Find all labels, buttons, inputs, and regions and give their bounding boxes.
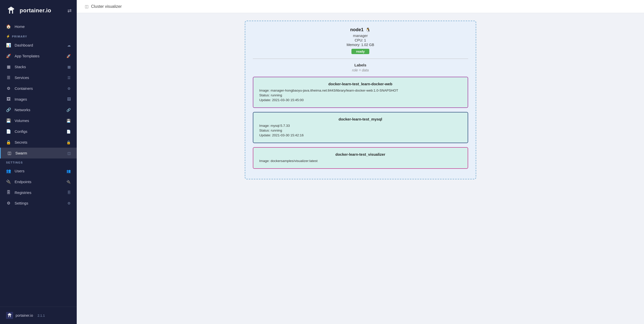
stacks-icon: ▦ [6,64,11,69]
portainer-bottom-logo-icon [6,312,13,319]
node-name-row: node1 🐧 [253,27,468,32]
sidebar-networks-label: Networks [15,108,30,112]
node-cpu: CPU: 1 [253,38,468,42]
sidebar-containers-label: Containers [15,86,33,91]
portainer-logo-icon [5,5,17,17]
service-mysql-update: Update: 2021-03-30 15:42:16 [259,133,462,137]
sidebar-endpoints-label: Endpoints [15,180,31,184]
sidebar-item-services[interactable]: ☰ Services ☰ [0,72,77,83]
swarm-icon: ◫ [7,151,12,155]
sidebar-item-images[interactable]: 🖼 Images 🖼 [0,94,77,104]
users-icon: 👥 [6,169,11,173]
main-area: ◫ Cluster visualizer node1 🐧 manager CPU… [77,0,644,324]
service-visualizer-image: Image: dockersamples/visualizer:latest [259,159,462,163]
ready-badge: ready [351,49,369,54]
configs-icon: 📄 [6,129,11,134]
containers-icon: ⚙ [6,86,11,91]
service-mysql-status: Status: running [259,129,462,132]
node-divider [253,59,468,59]
sidebar-volumes-label: Volumes [15,118,29,123]
sidebar-item-stacks[interactable]: ▦ Stacks ▦ [0,61,77,72]
home-icon: 🏠 [6,24,11,29]
service-web-image: Image: manager-hongbaoyu-java.itheima.ne… [259,89,462,92]
sidebar-item-users[interactable]: 👥 Users 👥 [0,166,77,176]
topbar-swarm-icon: ◫ [85,4,89,9]
node-header: node1 🐧 manager CPU: 1 Memory: 1.02 GB r… [253,27,468,54]
node-memory: Memory: 1.02 GB [253,43,468,47]
node-name: node1 [350,27,364,32]
sidebar-services-label: Services [15,75,29,80]
page-title: Cluster visualizer [91,4,122,9]
service-visualizer-name: docker-learn-test_visualizer [259,152,462,156]
sidebar-item-networks[interactable]: 🔗 Networks 🔗 [0,104,77,115]
sidebar-item-containers[interactable]: ⚙ Containers ⚙ [0,83,77,94]
dashboard-icon: 📊 [6,43,11,48]
sidebar-stacks-label: Stacks [15,65,26,69]
sidebar-item-dashboard[interactable]: 📊 Dashboard ☁ [0,40,77,51]
sidebar-dashboard-label: Dashboard [15,43,33,47]
node-role: manager [253,33,468,38]
images-icon: 🖼 [6,97,11,101]
sidebar-secrets-label: Secrets [15,140,27,144]
sidebar-registries-label: Registries [15,190,31,195]
topbar: ◫ Cluster visualizer [77,0,644,13]
portainer-bottom-text: portainer.io [16,313,33,317]
service-card-web: docker-learn-test_learn-docker-web Image… [253,77,468,108]
portainer-version: 2.1.1 [37,314,45,317]
sidebar-item-configs[interactable]: 📄 Configs 📄 [0,126,77,137]
registries-icon: 🗄 [6,190,11,195]
networks-icon: 🔗 [6,107,11,112]
labels-section: Labels role = data [253,63,468,72]
sidebar-configs-label: Configs [15,129,27,134]
sidebar-logo-text: portainer.io [20,7,51,14]
cluster-node-card: node1 🐧 manager CPU: 1 Memory: 1.02 GB r… [245,21,476,179]
secrets-icon: 🔒 [6,140,11,145]
sidebar-home-label: Home [15,24,25,29]
sidebar-item-home[interactable]: 🏠 Home [0,21,77,32]
settings-section-label: SETTINGS [0,158,77,166]
service-web-name: docker-learn-test_learn-docker-web [259,82,462,86]
services-icon: ☰ [6,75,11,80]
sidebar-settings-label: Settings [15,201,28,205]
sidebar-item-swarm[interactable]: ◫ Swarm ◫ [0,148,77,158]
sidebar-item-secrets[interactable]: 🔒 Secrets 🔒 [0,137,77,148]
labels-value: role = data [253,68,468,72]
service-mysql-name: docker-learn-test_mysql [259,117,462,121]
sidebar-switch-icon[interactable]: ⇄ [67,8,72,14]
sidebar-swarm-label: Swarm [15,151,27,155]
content-area: node1 🐧 manager CPU: 1 Memory: 1.02 GB r… [77,13,644,324]
service-web-status: Status: running [259,93,462,97]
sidebar-item-endpoints[interactable]: 🔌 Endpoints 🔌 [0,176,77,187]
settings-icon: ⚙ [6,201,11,206]
sidebar-images-label: Images [15,97,27,101]
labels-title: Labels [253,63,468,67]
sidebar-item-app-templates[interactable]: 🚀 App Templates 🚀 [0,51,77,61]
sidebar-app-templates-label: App Templates [15,54,39,58]
sidebar-item-volumes[interactable]: 💾 Volumes 💾 [0,115,77,126]
sidebar-bottom-logo: portainer.io 2.1.1 [0,307,77,324]
service-web-update: Update: 2021-03-30 15:45:00 [259,98,462,102]
linux-penguin-icon: 🐧 [366,27,371,32]
primary-section-label: ⚡ PRIMARY [0,32,77,40]
app-templates-icon: 🚀 [6,54,11,58]
sidebar-users-label: Users [15,169,24,173]
service-card-mysql: docker-learn-test_mysql Image: mysql:5.7… [253,112,468,143]
service-mysql-image: Image: mysql:5.7.33 [259,124,462,128]
sidebar-logo-area: portainer.io ⇄ [0,0,77,21]
endpoints-icon: 🔌 [6,179,11,184]
volumes-icon: 💾 [6,118,11,123]
sidebar: portainer.io ⇄ 🏠 Home ⚡ PRIMARY 📊 Dashbo… [0,0,77,324]
service-card-visualizer: docker-learn-test_visualizer Image: dock… [253,147,468,169]
sidebar-item-settings[interactable]: ⚙ Settings ⚙ [0,198,77,209]
sidebar-item-registries[interactable]: 🗄 Registries 🗄 [0,187,77,198]
